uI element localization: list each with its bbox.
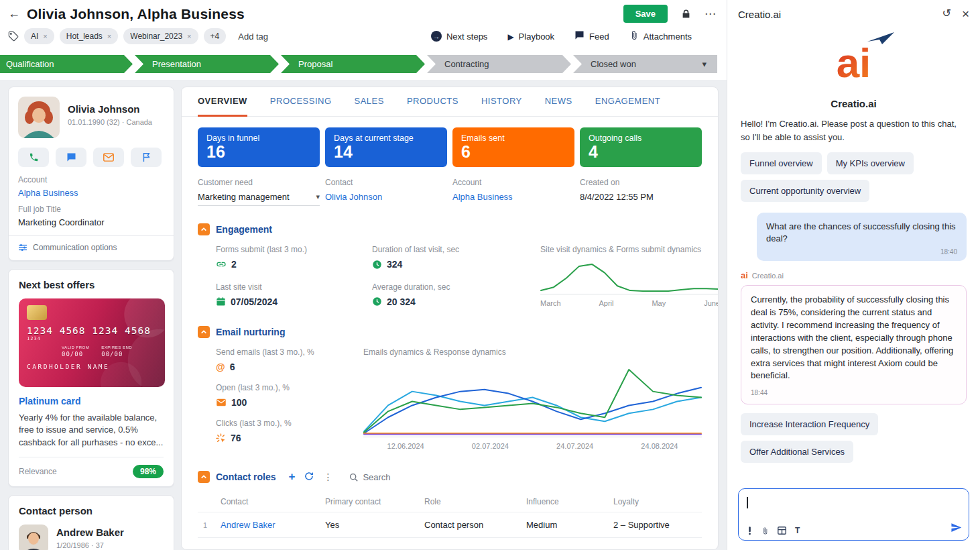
column-header[interactable]: Influence bbox=[526, 497, 613, 506]
tab-products[interactable]: PRODUCTS bbox=[407, 87, 458, 117]
tag-pill[interactable]: Webinar_2023 × bbox=[123, 28, 198, 44]
offer-name-link[interactable]: Platinum card bbox=[19, 396, 81, 406]
stage-closed-won[interactable]: Closed won bbox=[573, 55, 717, 73]
chat-button[interactable] bbox=[56, 148, 86, 167]
metric-days-in-funnel[interactable]: Days in funnel 16 bbox=[198, 127, 320, 167]
column-header[interactable]: Role bbox=[424, 497, 526, 506]
more-options-button[interactable] bbox=[705, 7, 716, 21]
attachments-button[interactable]: Attachments bbox=[629, 30, 692, 42]
next-steps-button[interactable]: → Next steps bbox=[431, 31, 487, 42]
expires-label: EXPIRES END bbox=[101, 345, 132, 349]
stat-open-rate: Open (last 3 mo.), % 100 bbox=[216, 383, 351, 408]
close-icon[interactable] bbox=[962, 7, 969, 21]
email-button[interactable] bbox=[93, 148, 124, 167]
chart-x-ticks: March April May June bbox=[540, 299, 718, 307]
email-dynamics-chart: Emails dynamics & Response dynamics 12.0… bbox=[363, 347, 702, 450]
tag-pill[interactable]: AI × bbox=[24, 28, 54, 44]
stage-qualification[interactable]: Qualification bbox=[0, 55, 133, 73]
undo-icon[interactable] bbox=[942, 7, 951, 21]
collapse-section-icon[interactable] bbox=[198, 471, 210, 483]
tag-remove-icon[interactable]: × bbox=[187, 32, 191, 40]
chevron-down-icon[interactable] bbox=[702, 59, 707, 69]
account-link[interactable]: Alpha Business bbox=[18, 188, 78, 198]
stage-label: Closed won bbox=[591, 59, 636, 69]
playbook-icon bbox=[507, 32, 513, 42]
tab-history[interactable]: HISTORY bbox=[481, 87, 522, 117]
metric-cards: Days in funnel 16 Days at current stage … bbox=[198, 127, 702, 167]
site-visit-chart-canvas bbox=[540, 260, 718, 294]
metric-label: Emails sent bbox=[461, 133, 566, 143]
kebab-menu-button[interactable] bbox=[323, 472, 332, 482]
suggestion-opportunity-overview[interactable]: Current opportunity overview bbox=[741, 180, 869, 202]
contact-roles-search[interactable]: Search bbox=[349, 472, 390, 482]
lock-icon[interactable] bbox=[681, 9, 691, 19]
stat-label: Duration of last visit, sec bbox=[372, 245, 528, 254]
stage-contracting[interactable]: Contracting bbox=[427, 55, 571, 73]
metric-days-at-stage[interactable]: Days at current stage 14 bbox=[325, 127, 447, 167]
account-link[interactable]: Alpha Business bbox=[452, 192, 513, 202]
column-header[interactable]: Loyalty bbox=[613, 497, 702, 506]
table-icon[interactable] bbox=[778, 527, 786, 535]
add-record-button[interactable] bbox=[288, 470, 295, 484]
collapse-section-icon[interactable] bbox=[198, 223, 210, 235]
tab-overview[interactable]: OVERVIEW bbox=[198, 87, 247, 117]
send-button[interactable] bbox=[951, 522, 962, 535]
column-header[interactable]: Contact bbox=[221, 497, 325, 506]
chat-suggestions: Funnel overview My KPIs overview Current… bbox=[727, 152, 980, 202]
suggestion-kpis-overview[interactable]: My KPIs overview bbox=[827, 152, 914, 174]
metric-label: Days in funnel bbox=[206, 133, 311, 143]
call-button[interactable] bbox=[18, 148, 49, 167]
tab-processing[interactable]: PROCESSING bbox=[270, 87, 332, 117]
add-tag-button[interactable]: Add tag bbox=[238, 32, 268, 42]
stat-value: 07/05/2024 bbox=[231, 296, 278, 307]
cell-primary-contact: Yes bbox=[325, 520, 424, 530]
tab-engagement[interactable]: ENGAGEMENT bbox=[595, 87, 660, 117]
stage-label: Qualification bbox=[6, 59, 54, 69]
suggestion-funnel-overview[interactable]: Funnel overview bbox=[741, 152, 822, 174]
contact-link[interactable]: Andrew Baker bbox=[221, 520, 325, 530]
next-steps-label: Next steps bbox=[446, 32, 487, 42]
flag-button[interactable] bbox=[131, 148, 162, 167]
tab-sales[interactable]: SALES bbox=[355, 87, 384, 117]
column-header[interactable]: Primary contact bbox=[325, 497, 424, 506]
ai-sender-name: Creatio.ai bbox=[752, 272, 784, 280]
back-button[interactable] bbox=[8, 7, 20, 21]
stat-value: 76 bbox=[231, 433, 241, 443]
contact-avatar[interactable] bbox=[18, 97, 60, 138]
contact-roles-table: Contact Primary contact Role Influence L… bbox=[198, 492, 702, 538]
header-actions: Save bbox=[623, 5, 716, 23]
prompt-icon[interactable] bbox=[747, 527, 753, 535]
contact-link[interactable]: Olivia Johnson bbox=[325, 192, 382, 202]
tab-news[interactable]: NEWS bbox=[545, 87, 572, 117]
feed-button[interactable]: Feed bbox=[574, 30, 609, 42]
text-format-icon[interactable]: T bbox=[795, 526, 800, 535]
attach-icon[interactable] bbox=[761, 527, 769, 535]
save-button[interactable]: Save bbox=[623, 5, 668, 23]
table-row[interactable]: 1 Andrew Baker Yes Contact person Medium… bbox=[198, 512, 702, 538]
card-holder: CARDHOLDER NAME bbox=[27, 363, 157, 370]
chart-title: Emails dynamics & Response dynamics bbox=[363, 347, 702, 357]
customer-need-select[interactable]: Marketing management bbox=[198, 192, 320, 206]
stage-presentation[interactable]: Presentation bbox=[135, 55, 279, 73]
tag-pill[interactable]: Hot_leads × bbox=[60, 28, 118, 44]
collapse-section-icon[interactable] bbox=[198, 326, 210, 338]
more-tags-badge[interactable]: +4 bbox=[204, 28, 227, 44]
contact-person-row[interactable]: Andrew Baker 1/20/1986 · 37 bbox=[19, 525, 164, 550]
playbook-label: Playbook bbox=[519, 32, 554, 42]
tag-remove-icon[interactable]: × bbox=[43, 32, 47, 40]
suggestion-increase-interaction[interactable]: Increase Interaction Frequency bbox=[741, 413, 878, 435]
chat-message-input[interactable]: T bbox=[738, 488, 969, 541]
tag-remove-icon[interactable]: × bbox=[107, 32, 111, 40]
field-label: Customer need bbox=[198, 178, 320, 187]
card-number-small: 1234 bbox=[27, 336, 157, 341]
playbook-button[interactable]: Playbook bbox=[507, 32, 554, 42]
section-title: Engagement bbox=[216, 224, 272, 235]
communication-options-button[interactable]: Communication options bbox=[9, 236, 174, 260]
metric-emails-sent[interactable]: Emails sent 6 bbox=[452, 127, 574, 167]
refresh-button[interactable] bbox=[304, 472, 314, 483]
chat-brand-name: Creatio.ai bbox=[727, 98, 980, 109]
metric-outgoing-calls[interactable]: Outgoing calls 4 bbox=[580, 127, 702, 167]
suggestion-offer-services[interactable]: Offer Additional Services bbox=[741, 441, 853, 463]
contact-person-avatar[interactable] bbox=[19, 525, 48, 550]
stage-proposal[interactable]: Proposal bbox=[281, 55, 425, 73]
